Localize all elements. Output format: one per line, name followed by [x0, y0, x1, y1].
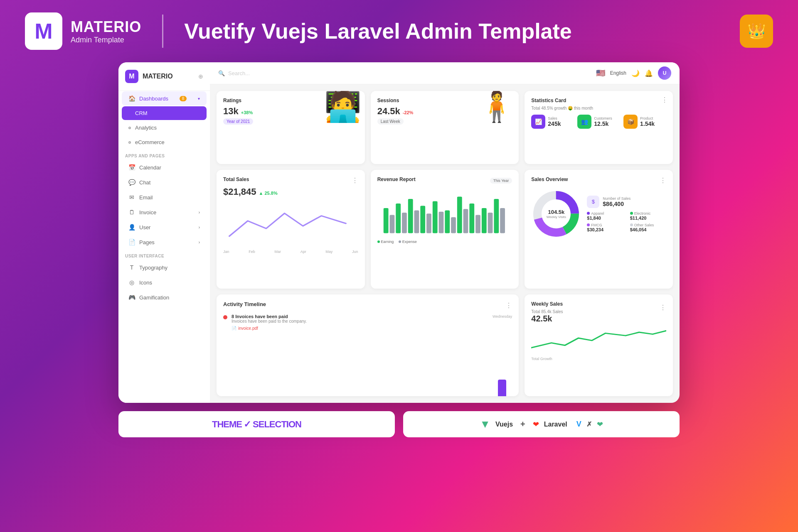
sales-value: 245k: [548, 120, 561, 127]
dollar-icon: $: [587, 196, 599, 208]
sidebar-item-ecommerce[interactable]: eCommerce: [122, 135, 207, 149]
weekly-menu[interactable]: ⋮: [660, 304, 666, 311]
header-title: Vuetify Vuejs Laravel Admin Template: [184, 19, 571, 44]
svg-rect-2: [408, 199, 413, 233]
chart-legend: Earning Expense: [377, 240, 512, 244]
notification-icon[interactable]: 🔔: [645, 69, 653, 77]
donut-legend: Apparel $1,840 Electronic $11,420 FMCG $…: [587, 211, 666, 232]
product-value: 1.54k: [640, 120, 655, 127]
laravel-icon: ❤: [533, 420, 539, 429]
sidebar-item-email[interactable]: ✉ Email: [122, 190, 207, 204]
activity-content: 8 Invoices have been paid Wednesday Invo…: [232, 314, 512, 331]
topbar-right: 🇺🇸 English 🌙 🔔 U: [596, 66, 671, 80]
sales-overview-title: Sales Overview: [531, 177, 568, 182]
svg-rect-0: [383, 208, 388, 233]
donut-sub: Weekly Visits: [547, 215, 566, 219]
legend-apparel: Apparel $1,840: [587, 211, 623, 221]
svg-rect-6: [457, 196, 462, 233]
sidebar-header-icons: ⊕: [198, 73, 203, 80]
other-label: Other Sales: [630, 223, 666, 227]
total-sales-growth: ▲ 25.8%: [259, 191, 278, 196]
stats-items: 📈 Sales 245k 👥 Customers 12.5k: [531, 115, 666, 129]
svg-rect-13: [426, 213, 431, 233]
stat-customers: 👥 Customers 12.5k: [577, 115, 620, 129]
customers-value: 12.5k: [594, 120, 612, 127]
sidebar-item-gamification[interactable]: 🎮 Gamification: [122, 290, 207, 304]
sales-overview-right: $ Number of Sales $86,400 Apparel $1,840: [587, 196, 666, 232]
footer-brands: THEME ✓ SELECTION ▼ Vuejs + ❤ Laravel V …: [118, 411, 680, 437]
revenue-chart: [377, 190, 512, 235]
sidebar-header: M MATERIO ⊕: [118, 62, 210, 91]
activity-card: Activity Timeline ⋮ 8 Invoices have been…: [217, 294, 519, 396]
activity-item-title: 8 Invoices have been paid: [232, 314, 288, 319]
sidebar-item-calendar[interactable]: 📅 Calendar: [122, 160, 207, 174]
vuejs-label: Vuejs: [495, 421, 513, 428]
ecommerce-dot: [128, 141, 131, 144]
chat-icon: 💬: [128, 179, 135, 186]
sidebar-logo: M: [125, 70, 138, 83]
svg-rect-10: [389, 215, 394, 233]
home-icon: 🏠: [128, 95, 135, 102]
stats-menu[interactable]: ⋮: [661, 96, 668, 104]
selection-text: SELECTION: [253, 419, 301, 430]
avatar[interactable]: U: [658, 66, 671, 80]
svg-rect-17: [475, 215, 480, 233]
search-placeholder[interactable]: Search...: [228, 70, 250, 76]
svg-rect-14: [438, 211, 443, 233]
pages-chevron: ›: [199, 240, 200, 245]
sessions-card: Sessions 24.5k -22% Last Week 🧍: [371, 91, 519, 164]
pdf-icon: 📄: [232, 326, 236, 331]
flag-icon: 🇺🇸: [596, 69, 605, 78]
fmcg-label: FMCG: [587, 223, 623, 227]
donut-chart: 104.5k Weekly Visits: [531, 189, 581, 239]
main-window: M MATERIO ⊕ 🏠 Dashboards 8 ▾ CRM Analyti…: [118, 62, 680, 403]
sales-icon: 📈: [531, 115, 545, 129]
circle-icon[interactable]: ⊕: [198, 73, 203, 80]
sidebar-item-user[interactable]: 👤 User ›: [122, 220, 207, 234]
sidebar-item-pages[interactable]: 📄 Pages ›: [122, 235, 207, 249]
gamification-label: Gamification: [139, 294, 169, 301]
activity-title: Activity Timeline: [223, 301, 266, 307]
total-growth-label: Total Growth: [531, 357, 666, 361]
theme-selection-badge: THEME ✓ SELECTION: [118, 411, 395, 437]
user-label: User: [139, 224, 150, 230]
sidebar-item-icons[interactable]: ◎ Icons: [122, 275, 207, 289]
apparel-label: Apparel: [587, 211, 623, 216]
electronic-label: Electronic: [630, 211, 666, 216]
sidebar-item-analytics[interactable]: Analytics: [122, 121, 207, 135]
apparel-value: $1,840: [587, 216, 623, 221]
dashboard-grid: Ratings 13k +38% Year of 2021 🧑‍💻 Sessio…: [210, 84, 680, 403]
weekly-chart: [531, 324, 666, 353]
search-box: 🔍 Search...: [218, 70, 592, 76]
sales-overview-menu[interactable]: ⋮: [660, 177, 666, 184]
revenue-card: Revenue Report This Year: [371, 170, 519, 289]
sales-num-value: $86,400: [603, 201, 631, 207]
logo-text: MATERIO Admin Template: [71, 18, 141, 44]
typography-icon: T: [128, 264, 135, 271]
product-icon: 📦: [623, 115, 638, 129]
invoice-chevron: ›: [199, 210, 200, 215]
sessions-value: 24.5k: [377, 106, 400, 117]
tech-stack-badge: ▼ Vuejs + ❤ Laravel V ✗ ❤: [403, 411, 680, 437]
svg-rect-1: [396, 203, 401, 233]
activity-item: 8 Invoices have been paid Wednesday Invo…: [223, 314, 512, 331]
crown-button[interactable]: 👑: [740, 15, 773, 48]
invoice-label: Invoice: [139, 209, 156, 216]
this-year-badge: This Year: [490, 178, 512, 184]
moon-icon[interactable]: 🌙: [631, 69, 640, 77]
sidebar-item-typography[interactable]: T Typography: [122, 260, 207, 275]
crm-dot: [128, 112, 131, 115]
sidebar-item-invoice[interactable]: 🗒 Invoice ›: [122, 205, 207, 219]
sidebar-item-crm[interactable]: CRM: [122, 106, 207, 120]
svg-rect-12: [414, 210, 419, 233]
chat-label: Chat: [139, 179, 150, 186]
language-label: English: [610, 70, 626, 76]
nuxt-icon: ❤: [597, 420, 603, 429]
sidebar-item-dashboards[interactable]: 🏠 Dashboards 8 ▾: [122, 91, 207, 105]
analytics-label: Analytics: [135, 125, 157, 131]
stat-product: 📦 Product 1.54k: [623, 115, 666, 129]
total-sales-menu[interactable]: ⋮: [352, 177, 358, 184]
activity-menu[interactable]: ⋮: [505, 302, 512, 309]
ecommerce-label: eCommerce: [135, 139, 165, 145]
sidebar-item-chat[interactable]: 💬 Chat: [122, 175, 207, 189]
